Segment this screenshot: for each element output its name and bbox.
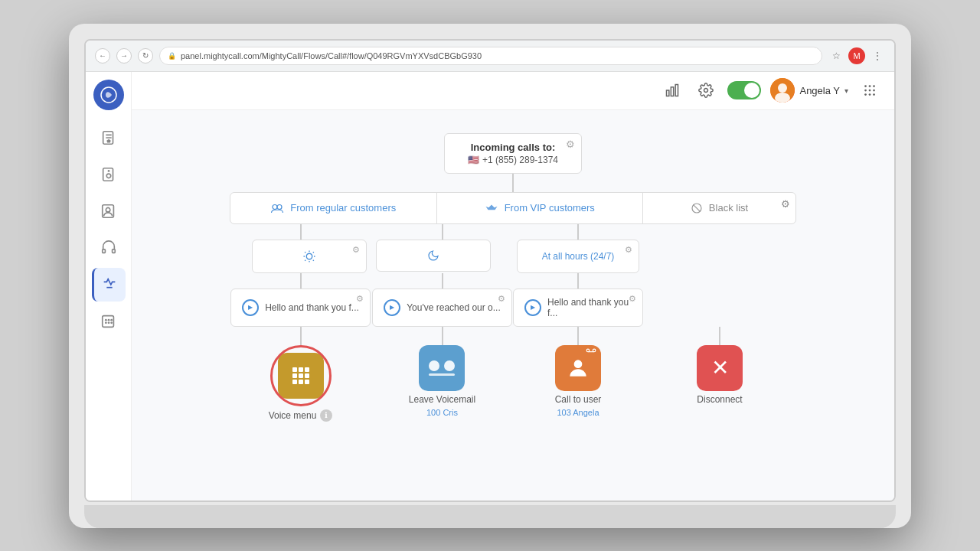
greeting-node-2[interactable]: ⚙ ▶ You've reached our o...	[372, 289, 512, 327]
play-button-3[interactable]: ▶	[524, 299, 541, 316]
svg-point-31	[873, 90, 875, 92]
voicemail-node[interactable]: Leave Voicemail 100 Cris	[409, 345, 475, 417]
greeting-row: ⚙ ▶ Hello and thank you f... ⚙ ▶ You've …	[230, 289, 796, 327]
svg-line-46	[305, 259, 305, 260]
browser-menu-button[interactable]: ⋮	[870, 48, 885, 64]
svg-point-9	[106, 207, 110, 212]
connectors-row2	[230, 273, 796, 289]
allhours-label: At all hours (24/7)	[542, 251, 615, 262]
svg-point-22	[704, 89, 708, 93]
analytics-icon[interactable]	[660, 78, 684, 103]
flow-diagram: ⚙ Incoming calls to: 🇺🇸 +1 (855) 289-137…	[147, 126, 879, 429]
svg-point-48	[574, 360, 583, 368]
url-text: panel.mightycall.com/MightyCall/Flows/Ca…	[181, 51, 482, 60]
svg-line-45	[313, 259, 314, 260]
browser-account-button[interactable]: M	[848, 47, 865, 64]
browser-star-button[interactable]: ☆	[828, 48, 844, 64]
greeting-node-3[interactable]: ⚙ ▶ Hello and thank you f...	[513, 289, 643, 327]
svg-point-26	[864, 85, 867, 87]
incoming-label: Incoming calls to:	[463, 142, 563, 153]
incoming-settings-icon[interactable]: ⚙	[566, 139, 575, 150]
allhours-gear-icon[interactable]: ⚙	[625, 245, 632, 255]
browser-refresh-button[interactable]: ↻	[138, 48, 153, 64]
browser-forward-button[interactable]: →	[116, 48, 132, 64]
disconnect-label: Disconnect	[697, 394, 742, 405]
greeting3-label: Hello and thank you f...	[547, 297, 632, 318]
nighttime-node[interactable]	[376, 240, 491, 272]
user-name-label: Angela Y	[799, 85, 840, 96]
daytime-node[interactable]: ⚙	[252, 240, 367, 273]
sidebar-item-favorites[interactable]	[92, 121, 126, 155]
disconnect-icon-box[interactable]: ✕	[697, 345, 743, 391]
settings-icon[interactable]	[694, 78, 718, 103]
address-bar[interactable]: 🔒 panel.mightycall.com/MightyCall/Flows/…	[159, 47, 822, 65]
regular-customers-segment[interactable]: From regular customers	[230, 193, 436, 223]
svg-line-44	[305, 252, 305, 253]
voice-menu-node[interactable]: Voice menu ℹ	[269, 345, 333, 422]
time-row: ⚙	[230, 240, 796, 273]
svg-marker-4	[106, 139, 111, 142]
greeting1-label: Hello and thank you f...	[265, 302, 359, 313]
play-button-1[interactable]: ▶	[242, 299, 259, 316]
availability-toggle[interactable]	[727, 81, 761, 99]
blacklist-gear-icon[interactable]: ⚙	[781, 198, 790, 210]
voicemail-label: Leave Voicemail	[409, 394, 475, 405]
svg-rect-20	[671, 87, 674, 96]
call-user-node[interactable]: Call to user 103 Angela	[555, 345, 602, 417]
call-user-icon-box[interactable]	[555, 345, 601, 391]
sidebar-item-contacts[interactable]	[92, 194, 126, 228]
svg-point-36	[277, 204, 282, 209]
disconnect-node[interactable]: ✕ Disconnect	[697, 345, 743, 405]
avatar	[770, 78, 795, 103]
call-user-sublabel: 103 Angela	[557, 408, 599, 417]
dialpad-icon[interactable]	[858, 78, 882, 103]
svg-point-29	[864, 90, 867, 92]
svg-point-39	[306, 253, 312, 259]
vip-customers-segment[interactable]: From VIP customers	[436, 193, 643, 223]
svg-rect-11	[112, 249, 115, 253]
sidebar-item-numbers[interactable]	[92, 305, 126, 338]
voicemail-icon-box[interactable]	[419, 345, 465, 391]
call-user-label: Call to user	[555, 394, 602, 405]
greeting-node-1[interactable]: ⚙ ▶ Hello and thank you f...	[230, 289, 371, 327]
action-row: Voice menu ℹ	[230, 345, 796, 422]
svg-point-35	[273, 204, 277, 209]
top-header: Angela Y ▾	[132, 72, 894, 110]
voicemail-sublabel: 100 Cris	[426, 408, 458, 417]
svg-rect-19	[667, 90, 669, 96]
connectors-row	[230, 224, 796, 240]
blacklist-segment[interactable]: Black list ⚙	[642, 193, 795, 223]
greeting3-gear-icon[interactable]: ⚙	[629, 294, 636, 304]
segment-row: From regular customers From VIP customer…	[230, 192, 796, 224]
daytime-gear-icon[interactable]: ⚙	[352, 245, 360, 255]
svg-point-32	[864, 93, 867, 96]
svg-point-27	[869, 85, 871, 87]
browser-back-button[interactable]: ←	[95, 48, 110, 64]
sidebar-item-calls[interactable]	[92, 158, 126, 191]
svg-line-38	[693, 204, 700, 211]
user-profile[interactable]: Angela Y ▾	[770, 78, 848, 103]
blacklist-label: Black list	[709, 202, 748, 214]
greeting2-gear-icon[interactable]: ⚙	[498, 294, 505, 304]
svg-line-47	[313, 252, 314, 253]
info-icon: ℹ	[320, 409, 332, 422]
allhours-node[interactable]: ⚙ At all hours (24/7)	[517, 240, 639, 273]
svg-rect-10	[102, 249, 105, 253]
sidebar	[86, 72, 132, 500]
svg-point-28	[873, 85, 875, 87]
svg-point-24	[778, 83, 787, 93]
lock-icon: 🔒	[168, 52, 176, 60]
svg-point-34	[873, 93, 875, 96]
sidebar-item-flows[interactable]	[92, 268, 126, 302]
app-logo[interactable]	[93, 80, 124, 110]
incoming-calls-node[interactable]: ⚙ Incoming calls to: 🇺🇸 +1 (855) 289-137…	[444, 133, 582, 174]
sidebar-item-support[interactable]	[92, 231, 126, 265]
svg-rect-21	[676, 85, 678, 96]
svg-point-6	[106, 174, 111, 178]
voice-menu-label: Voice menu	[269, 410, 317, 421]
vip-label: From VIP customers	[505, 202, 595, 214]
play-button-2[interactable]: ▶	[384, 299, 400, 316]
greeting1-gear-icon[interactable]: ⚙	[356, 294, 364, 304]
connectors-row3	[230, 327, 796, 345]
svg-point-30	[869, 90, 871, 92]
